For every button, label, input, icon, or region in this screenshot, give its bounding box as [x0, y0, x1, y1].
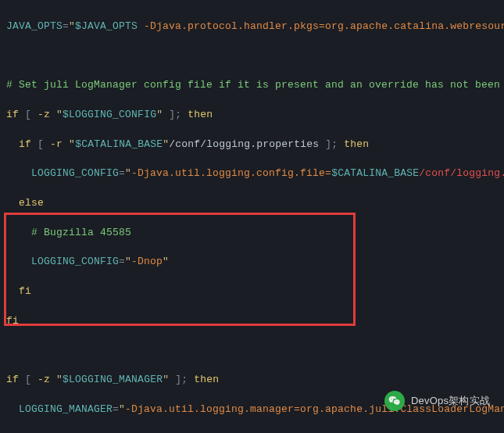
code-line: LOGGING_CONFIG="-Djava.util.logging.conf… [6, 166, 498, 181]
watermark: DevOps架构实战 [384, 391, 490, 411]
code-line: if [ -z "$LOGGING_CONFIG" ]; then [6, 108, 498, 123]
code-editor: JAVA_OPTS="$JAVA_OPTS -Djava.protocol.ha… [0, 0, 504, 433]
code-line: if [ -z "$LOGGING_MANAGER" ]; then [6, 373, 498, 388]
code-line: # Bugzilla 45585 [6, 226, 498, 241]
code-line: if [ -r "$CATALINA_BASE"/conf/logging.pr… [6, 138, 498, 152]
watermark-text: DevOps架构实战 [411, 394, 490, 409]
code-line: fi [6, 314, 498, 329]
code-line: else [6, 196, 498, 211]
code-line: JAVA_OPTS="$JAVA_OPTS -Djava.protocol.ha… [6, 20, 498, 34]
code-line: LOGGING_CONFIG="-Dnop" [6, 255, 498, 270]
code-line: fi [6, 284, 498, 299]
code-line: # Set juli LogManager config file if it … [6, 78, 498, 93]
wechat-icon [384, 391, 405, 411]
